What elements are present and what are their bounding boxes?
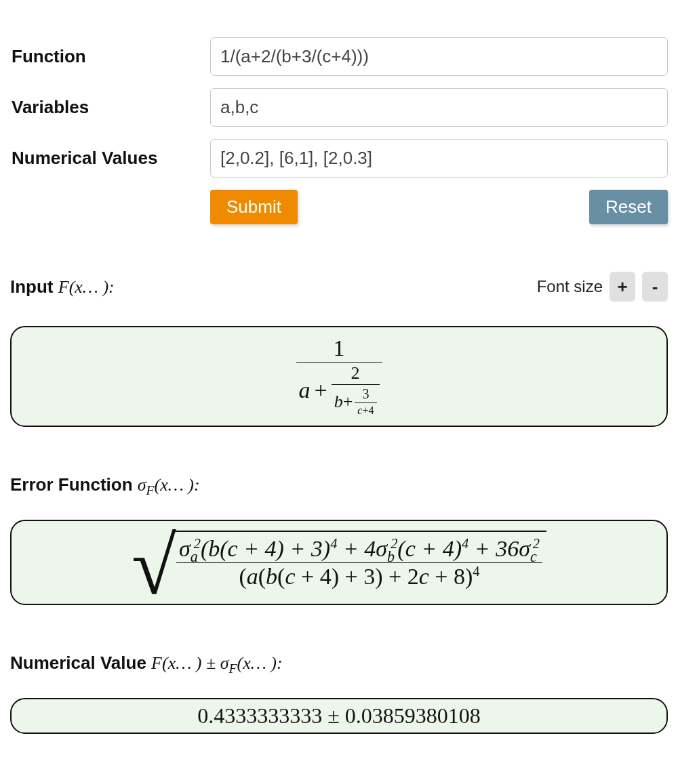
numerical-values-input[interactable] (210, 139, 668, 178)
variables-label: Variables (10, 97, 210, 118)
input-function-display: 1 a + 2 b + 3 c (10, 326, 668, 427)
numerical-value-title: Numerical Value F(x… ) ± σF(x… ): (10, 653, 283, 674)
reset-button[interactable]: Reset (589, 190, 668, 224)
numerical-value-display: 0.4333333333 ± 0.03859380108 (10, 698, 668, 734)
numerical-values-label: Numerical Values (10, 148, 210, 169)
input-section-title: Input F(x… ): (10, 276, 115, 297)
variables-input[interactable] (210, 88, 668, 127)
error-denominator: (a(b(c + 4) + 3) + 2c + 8)4 (236, 565, 482, 588)
error-function-display: √ σa2(b(c + 4) + 3)4 + 4σb2(c + 4)4 + 36… (10, 520, 668, 605)
error-numerator: σa2(b(c + 4) + 3)4 + 4σb2(c + 4)4 + 36σc… (176, 537, 542, 560)
font-size-minus-button[interactable]: - (642, 272, 668, 302)
function-label: Function (10, 46, 210, 67)
font-size-label: Font size (537, 277, 603, 296)
sqrt-icon: √ (132, 535, 176, 598)
error-function-title: Error Function σF(x… ): (10, 474, 200, 495)
submit-button[interactable]: Submit (210, 190, 298, 224)
function-input[interactable] (210, 37, 668, 76)
font-size-plus-button[interactable]: + (610, 272, 635, 302)
